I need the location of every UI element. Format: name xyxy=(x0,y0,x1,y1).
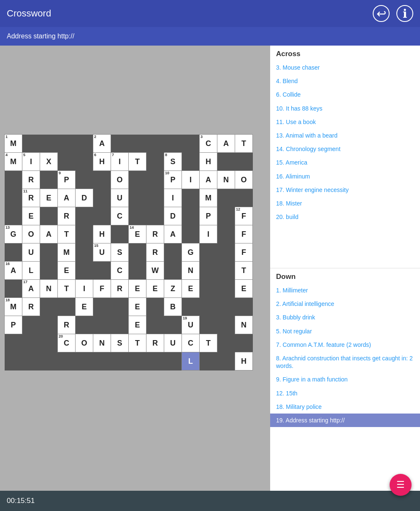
cell-r10c2[interactable]: R xyxy=(22,298,40,316)
cell-r4c10[interactable]: I xyxy=(164,189,182,207)
cell-r1c1[interactable]: 1M xyxy=(5,135,22,153)
cell-r1c6[interactable]: 2A xyxy=(93,135,111,153)
clue-down-18[interactable]: 18. Military police xyxy=(270,400,420,414)
cell-r10c8[interactable]: E xyxy=(129,298,146,316)
cell-r4c5[interactable]: D xyxy=(76,189,93,207)
cell-r12c6[interactable]: N xyxy=(93,334,111,352)
cell-r11c11[interactable]: 19U xyxy=(182,316,200,334)
cell-r2c7[interactable]: 7I xyxy=(111,153,129,171)
cell-r4c7[interactable]: U xyxy=(111,189,129,207)
cell-r3c4[interactable]: 9P xyxy=(58,171,76,189)
cell-r7c7[interactable]: S xyxy=(111,243,129,262)
cell-r6c12[interactable]: I xyxy=(200,225,217,243)
cell-r6c14[interactable]: F xyxy=(235,225,253,243)
cell-r13c14[interactable]: H xyxy=(235,352,253,370)
cell-r9c8[interactable]: E xyxy=(129,280,146,298)
cell-r2c8[interactable]: T xyxy=(129,153,146,171)
cell-r4c2[interactable]: 11R xyxy=(22,189,40,207)
cell-r10c1[interactable]: 18M xyxy=(5,298,22,316)
cell-r2c12[interactable]: H xyxy=(200,153,217,171)
cell-r6c10[interactable]: A xyxy=(164,225,182,243)
cell-r9c14[interactable]: E xyxy=(235,280,253,298)
cell-r2c6[interactable]: 6H xyxy=(93,153,111,171)
cell-r12c10[interactable]: U xyxy=(164,334,182,352)
cell-r11c8[interactable]: E xyxy=(129,316,146,334)
undo-button[interactable]: ↩ xyxy=(373,5,390,22)
cell-r12c5[interactable]: O xyxy=(76,334,93,352)
cell-r2c1[interactable]: 4M xyxy=(5,153,22,171)
cell-r6c1[interactable]: 13G xyxy=(5,225,22,243)
clue-across-11[interactable]: 11. Use a book xyxy=(270,115,420,129)
cell-r3c12[interactable]: A xyxy=(200,171,217,189)
cell-r8c11[interactable]: N xyxy=(182,262,200,280)
cell-r6c6[interactable]: H xyxy=(93,225,111,243)
cell-r7c11[interactable]: G xyxy=(182,243,200,262)
cell-r1c13[interactable]: A xyxy=(217,135,235,153)
cell-r5c14[interactable]: 12F xyxy=(235,207,253,225)
cell-r3c10[interactable]: 10P xyxy=(164,171,182,189)
cell-r12c9[interactable]: R xyxy=(146,334,164,352)
clue-across-20[interactable]: 20. build xyxy=(270,210,420,224)
clue-across-4[interactable]: 4. Blend xyxy=(270,74,420,88)
cell-r3c11[interactable]: I xyxy=(182,171,200,189)
clue-down-2[interactable]: 2. Artificial intelligence xyxy=(270,297,420,311)
clue-down-5[interactable]: 5. Not regular xyxy=(270,324,420,338)
cell-r4c3[interactable]: E xyxy=(40,189,58,207)
cell-r8c7[interactable]: C xyxy=(111,262,129,280)
cell-r12c12[interactable]: T xyxy=(200,334,217,352)
clue-across-17[interactable]: 17. Winter engine necessity xyxy=(270,183,420,197)
clue-down-8[interactable]: 8. Arachnid construction that insects ge… xyxy=(270,351,420,373)
cell-r10c5[interactable]: E xyxy=(76,298,93,316)
cell-r12c8[interactable]: T xyxy=(129,334,146,352)
cell-r7c9[interactable]: R xyxy=(146,243,164,262)
cell-r7c14[interactable]: F xyxy=(235,243,253,262)
cell-r5c4[interactable]: R xyxy=(58,207,76,225)
clue-across-10[interactable]: 10. It has 88 keys xyxy=(270,102,420,115)
cell-r7c2[interactable]: U xyxy=(22,243,40,262)
clue-across-3[interactable]: 3. Mouse chaser xyxy=(270,61,420,74)
cell-r3c2[interactable]: R xyxy=(22,171,40,189)
cell-r9c9[interactable]: E xyxy=(146,280,164,298)
clue-down-9[interactable]: 9. Figure in a math function xyxy=(270,373,420,386)
cell-r10c10[interactable]: B xyxy=(164,298,182,316)
crossword-grid-area[interactable]: 1M 2A 3C A T 4M xyxy=(0,46,270,491)
cell-r7c4[interactable]: M xyxy=(58,243,76,262)
cell-r9c2[interactable]: 17A xyxy=(22,280,40,298)
cell-r8c14[interactable]: T xyxy=(235,262,253,280)
cell-r8c9[interactable]: W xyxy=(146,262,164,280)
cell-r9c5[interactable]: I xyxy=(76,280,93,298)
cell-r9c7[interactable]: R xyxy=(111,280,129,298)
clue-down-1[interactable]: 1. Millimeter xyxy=(270,284,420,297)
menu-fab-button[interactable]: ☰ xyxy=(390,474,412,496)
cell-r3c14[interactable]: O xyxy=(235,171,253,189)
cell-r8c2[interactable]: L xyxy=(22,262,40,280)
cell-r3c7[interactable]: O xyxy=(111,171,129,189)
cell-r9c11[interactable]: E xyxy=(182,280,200,298)
clue-across-15[interactable]: 15. America xyxy=(270,156,420,169)
clue-down-3[interactable]: 3. Bubbly drink xyxy=(270,311,420,324)
clue-down-19[interactable]: 19. Address starting http:// xyxy=(270,414,420,427)
cell-r6c8[interactable]: 14E xyxy=(129,225,146,243)
cell-r4c4[interactable]: A xyxy=(58,189,76,207)
clue-across-6[interactable]: 6. Collide xyxy=(270,88,420,101)
cell-r11c14[interactable]: N xyxy=(235,316,253,334)
cell-r1c14[interactable]: T xyxy=(235,135,253,153)
clue-down-7[interactable]: 7. Common A.T.M. feature (2 words) xyxy=(270,338,420,351)
clue-across-16[interactable]: 16. Aliminum xyxy=(270,170,420,183)
clue-down-12[interactable]: 12. 15th xyxy=(270,387,420,400)
cell-r11c4[interactable]: R xyxy=(58,316,76,334)
info-button[interactable]: ℹ xyxy=(396,5,413,22)
clue-across-18[interactable]: 18. Mister xyxy=(270,197,420,210)
cell-r8c1[interactable]: 16A xyxy=(5,262,22,280)
cell-r13c11[interactable]: L xyxy=(182,352,200,370)
cell-r6c9[interactable]: R xyxy=(146,225,164,243)
cell-r6c4[interactable]: T xyxy=(58,225,76,243)
cell-r9c10[interactable]: Z xyxy=(164,280,182,298)
cell-r9c3[interactable]: N xyxy=(40,280,58,298)
cell-r9c4[interactable]: T xyxy=(58,280,76,298)
cell-r5c2[interactable]: E xyxy=(22,207,40,225)
cell-r12c7[interactable]: S xyxy=(111,334,129,352)
cell-r2c10[interactable]: 8S xyxy=(164,153,182,171)
cell-r2c3[interactable]: X xyxy=(40,153,58,171)
cell-r5c10[interactable]: D xyxy=(164,207,182,225)
